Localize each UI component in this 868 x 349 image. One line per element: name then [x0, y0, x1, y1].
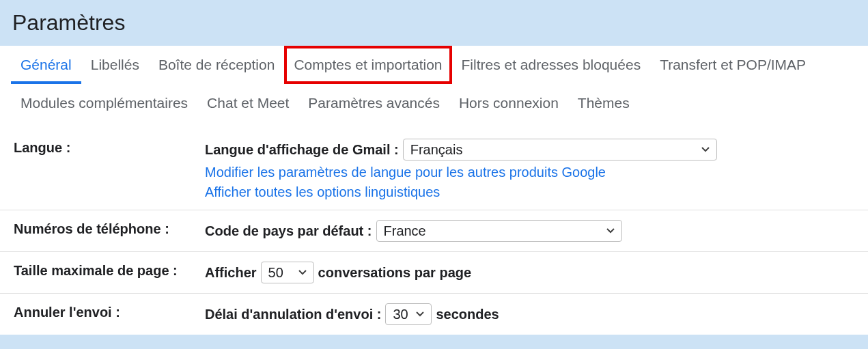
- tab-offline[interactable]: Hors connexion: [449, 84, 568, 122]
- tab-general[interactable]: Général: [11, 46, 81, 84]
- country-code-select[interactable]: France: [376, 220, 622, 242]
- language-select[interactable]: Français: [403, 139, 717, 160]
- pagesize-select[interactable]: 50: [261, 262, 314, 283]
- setting-pagesize-value: Afficher 50 conversations par page: [205, 262, 854, 283]
- pagesize-suffix: conversations par page: [318, 265, 472, 281]
- tabs-row-1: Général Libellés Boîte de réception Comp…: [0, 46, 868, 84]
- tab-accounts-import[interactable]: Comptes et importation: [284, 46, 451, 84]
- settings-content: Général Libellés Boîte de réception Comp…: [0, 46, 868, 335]
- setting-undo-value: Délai d'annulation d'envoi : 30 secondes: [205, 303, 854, 325]
- tab-forwarding[interactable]: Transfert et POP/IMAP: [650, 46, 815, 84]
- setting-pagesize: Taille maximale de page : Afficher 50 co…: [0, 252, 868, 294]
- settings-body: Langue : Langue d'affichage de Gmail : F…: [0, 122, 868, 335]
- setting-language-label: Langue :: [14, 139, 205, 156]
- undo-delay-select[interactable]: 30: [385, 303, 432, 325]
- tab-addons[interactable]: Modules complémentaires: [11, 84, 197, 122]
- setting-phone: Numéros de téléphone : Code de pays par …: [0, 210, 868, 252]
- page-header: Paramètres: [0, 0, 868, 46]
- setting-pagesize-label: Taille maximale de page :: [14, 262, 205, 279]
- phone-display-label: Code de pays par défaut :: [205, 223, 372, 239]
- tab-chat[interactable]: Chat et Meet: [197, 84, 298, 122]
- tabs-row-2: Modules complémentaires Chat et Meet Par…: [0, 84, 868, 122]
- setting-undo: Annuler l'envoi : Délai d'annulation d'e…: [0, 294, 868, 335]
- language-display-label: Langue d'affichage de Gmail :: [205, 142, 399, 158]
- setting-language: Langue : Langue d'affichage de Gmail : F…: [0, 129, 868, 210]
- pagesize-prefix: Afficher: [205, 265, 257, 281]
- tab-themes[interactable]: Thèmes: [568, 84, 639, 122]
- tab-inbox[interactable]: Boîte de réception: [149, 46, 284, 84]
- tab-labels[interactable]: Libellés: [81, 46, 149, 84]
- setting-phone-value: Code de pays par défaut : France: [205, 220, 854, 242]
- setting-undo-label: Annuler l'envoi :: [14, 303, 205, 320]
- tab-filters[interactable]: Filtres et adresses bloquées: [452, 46, 651, 84]
- language-show-all-link[interactable]: Afficher toutes les options linguistique…: [205, 184, 854, 200]
- undo-prefix: Délai d'annulation d'envoi :: [205, 307, 381, 322]
- setting-language-value: Langue d'affichage de Gmail : Français M…: [205, 139, 854, 200]
- page-title: Paramètres: [12, 10, 868, 36]
- language-other-products-link[interactable]: Modifier les paramètres de langue pour l…: [205, 165, 854, 180]
- undo-suffix: secondes: [436, 307, 499, 322]
- setting-phone-label: Numéros de téléphone :: [14, 220, 205, 237]
- tab-advanced[interactable]: Paramètres avancés: [298, 84, 449, 122]
